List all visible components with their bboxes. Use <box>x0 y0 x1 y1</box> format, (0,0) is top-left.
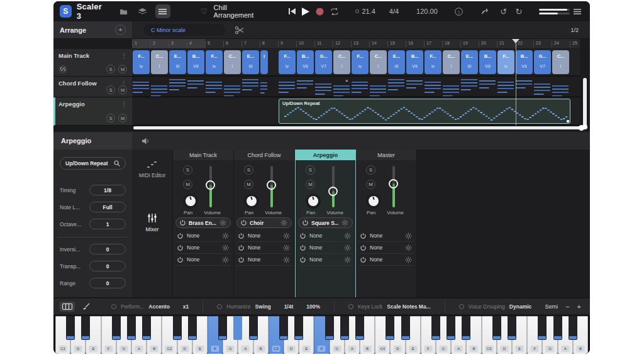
gear-icon[interactable] <box>341 219 348 226</box>
gear-icon[interactable] <box>283 244 290 251</box>
fx-slot[interactable]: None <box>358 230 414 242</box>
tempo-value[interactable]: 120.00 <box>416 8 438 15</box>
pattern-search[interactable]: Up/Down Repeat <box>60 157 126 170</box>
solo-button[interactable]: S <box>366 165 375 175</box>
black-key-F#4[interactable] <box>431 316 440 340</box>
speaker-icon[interactable] <box>142 138 150 145</box>
volume-fader[interactable] <box>270 166 273 207</box>
power-icon[interactable] <box>177 233 183 239</box>
power-icon[interactable] <box>238 257 244 263</box>
gear-icon[interactable] <box>344 256 351 263</box>
redo-icon[interactable]: ↻ <box>511 4 526 18</box>
param-value-0[interactable]: 1/8 <box>89 185 126 195</box>
black-key-A#5[interactable] <box>569 316 577 340</box>
fx-slot[interactable]: None <box>175 254 231 266</box>
black-key-A#1[interactable] <box>142 316 151 340</box>
fx-slot[interactable]: None <box>298 254 353 266</box>
black-key-A#2[interactable] <box>249 316 258 340</box>
instrument-selector[interactable]: Choir <box>236 217 292 228</box>
black-key-C#5[interactable] <box>492 316 501 340</box>
fx-slot[interactable]: None <box>236 242 292 254</box>
solo-button[interactable]: S <box>106 65 115 74</box>
scale-chip[interactable]: C Minor scale <box>143 24 225 36</box>
gear-icon[interactable] <box>405 232 412 239</box>
status-circle-icon[interactable] <box>348 304 353 309</box>
mute-button[interactable]: M <box>183 180 192 189</box>
volume-fader[interactable] <box>392 166 395 207</box>
keyboard-toggle-button[interactable] <box>60 302 75 312</box>
instrument-selector[interactable]: Square S... <box>298 217 353 228</box>
black-key-D#5[interactable] <box>508 316 516 340</box>
mute-button[interactable]: M <box>118 65 127 74</box>
track-header-chord-follow[interactable]: Chord Follow⋮SM <box>53 77 132 97</box>
loop-icon[interactable] <box>330 8 339 15</box>
instrument-selector[interactable]: Brass En... <box>175 217 231 228</box>
info-icon[interactable]: ! <box>452 4 467 18</box>
arrangement-name[interactable]: Chill Arrangement <box>214 4 265 19</box>
undo-icon[interactable]: ↺ <box>496 4 511 18</box>
gear-icon[interactable] <box>222 244 229 251</box>
power-icon[interactable] <box>300 245 306 251</box>
gear-icon[interactable] <box>280 219 287 226</box>
mute-button[interactable]: M <box>118 85 127 94</box>
mute-button[interactable]: M <box>118 114 127 123</box>
semi-plus-button[interactable]: + <box>577 303 581 310</box>
gear-icon[interactable] <box>405 256 412 263</box>
black-key-D#3[interactable] <box>294 316 303 340</box>
black-key-C#4[interactable] <box>386 316 394 340</box>
solo-button[interactable]: S <box>244 165 253 175</box>
piano-keyboard[interactable]: C1DEFGABC2DEFGABC3DEFGABC4DEFGABC5DEFGAB <box>53 315 590 354</box>
skip-back-icon[interactable] <box>289 8 296 14</box>
gear-icon[interactable] <box>283 256 290 263</box>
black-key-G#3[interactable] <box>340 316 349 340</box>
black-key-D#4[interactable] <box>401 316 410 340</box>
power-icon[interactable] <box>360 233 366 239</box>
mute-button[interactable]: M <box>244 180 253 189</box>
gear-icon[interactable] <box>283 232 290 239</box>
power-icon[interactable] <box>303 220 308 226</box>
status-circle-icon[interactable] <box>217 304 222 309</box>
black-key-F#1[interactable] <box>112 316 121 340</box>
black-key-F#3[interactable] <box>325 316 334 340</box>
fx-slot[interactable]: None <box>236 254 292 266</box>
link-icon[interactable] <box>58 65 67 74</box>
perform-group-2[interactable]: Keys LockScale Notes Ma... <box>348 303 431 310</box>
fx-slot[interactable]: None <box>298 230 353 242</box>
fx-slot[interactable]: None <box>175 230 231 242</box>
folder-icon[interactable] <box>116 4 131 18</box>
mute-button[interactable]: M <box>306 180 315 189</box>
fx-slot[interactable]: None <box>236 230 292 242</box>
pan-knob[interactable] <box>244 194 259 209</box>
tab-mixer[interactable]: Mixer <box>132 202 172 244</box>
power-icon[interactable] <box>360 245 366 251</box>
list-icon[interactable] <box>155 4 170 18</box>
power-icon[interactable] <box>300 233 306 239</box>
mute-button[interactable]: M <box>366 180 375 189</box>
page-indicator[interactable]: 1/2 <box>570 27 579 33</box>
power-icon[interactable] <box>180 220 186 226</box>
black-key-G#2[interactable] <box>233 316 242 340</box>
layers-icon[interactable] <box>135 4 150 18</box>
menu-icon[interactable] <box>570 4 585 18</box>
strip-header[interactable]: Arpeggio <box>296 150 355 160</box>
strip-header[interactable]: Master <box>356 150 416 160</box>
gear-icon[interactable] <box>222 232 229 239</box>
solo-button[interactable]: S <box>306 165 315 175</box>
param-value-4[interactable]: 0 <box>89 261 126 271</box>
perform-group-0[interactable]: Perform...Accentox1 <box>111 303 189 310</box>
status-circle-icon[interactable] <box>459 304 464 309</box>
black-key-G#5[interactable] <box>553 316 562 340</box>
black-key-C#2[interactable] <box>173 316 182 340</box>
heart-icon[interactable]: ♡ <box>201 7 208 16</box>
param-value-2[interactable]: 1 <box>89 219 126 229</box>
gear-icon[interactable] <box>222 256 229 263</box>
black-key-A#3[interactable] <box>355 316 364 340</box>
track-header-arpeggio[interactable]: Arpeggio⋮SM <box>53 97 132 126</box>
black-key-A#4[interactable] <box>462 316 470 340</box>
power-icon[interactable] <box>238 245 244 251</box>
record-icon[interactable] <box>316 8 324 16</box>
volume-fader[interactable] <box>209 166 212 207</box>
scissors-icon[interactable] <box>235 26 244 34</box>
strip-header[interactable]: Main Track <box>173 150 233 160</box>
volume-fader[interactable] <box>332 166 335 207</box>
